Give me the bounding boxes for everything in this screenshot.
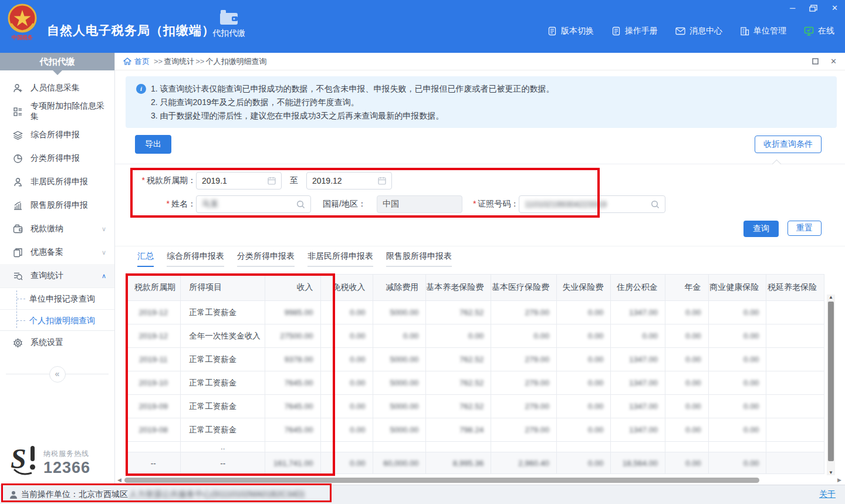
value-blurred: 0.00 xyxy=(685,378,701,387)
vertical-scrollbar[interactable]: ▲ ▼ xyxy=(827,295,835,475)
notice-line-1: i1. 该查询统计表仅能查询已申报成功的数据，不包含未申报、申报失败，已申报但已… xyxy=(136,82,826,96)
hotline-block: S 纳税服务热线 12366 xyxy=(9,442,90,476)
sidebar-subitem-2[interactable]: 个人扣缴明细查询 xyxy=(0,309,114,330)
column-header-2[interactable]: 所得项目 xyxy=(181,275,265,301)
sidebar-item-10[interactable]: 系统设置 xyxy=(0,331,114,354)
value-blurred: 1347.00 xyxy=(629,378,658,387)
restore-button[interactable] xyxy=(809,5,817,12)
main-content: 首页 >>查询统计>>个人扣缴明细查询 ✕ i1. 该查询统计表仅能查询已申报成… xyxy=(115,53,845,485)
header-menu-item-3[interactable]: 消息中心 xyxy=(675,26,722,36)
value-blurred: 279.00 xyxy=(525,425,549,434)
scroll-up-arrow[interactable]: ▲ xyxy=(827,295,835,300)
column-header-4[interactable]: 免税收入 xyxy=(320,275,373,301)
cell-value: 1347.00 xyxy=(611,395,665,418)
panel-close-icon[interactable]: ✕ xyxy=(830,57,837,66)
value-blurred: 0.00 xyxy=(743,308,759,317)
cell-value: 0.00 xyxy=(491,324,557,348)
tab-4[interactable]: 非居民所得申报表 xyxy=(307,251,373,267)
header-menu-item-2[interactable]: 操作手册 xyxy=(611,26,658,36)
breadcrumb-item[interactable]: 个人扣缴明细查询 xyxy=(205,57,266,66)
period-value: 2019-12 xyxy=(138,308,168,317)
header-menu-item-1[interactable]: 版本切换 xyxy=(547,26,594,36)
divider xyxy=(115,246,845,246)
value-blurred: 0.00 xyxy=(588,355,603,364)
table-row: 2019-11正常工资薪金9378.000.005000.00762.52279… xyxy=(126,348,824,371)
period-to-input[interactable]: 2019.12 xyxy=(306,172,392,190)
sidebar-item-9[interactable]: 查询统计∧ xyxy=(0,264,114,287)
value-blurred: 0.00 xyxy=(685,308,701,317)
vertical-scroll-thumb[interactable] xyxy=(828,302,834,461)
summary-value: 2,960.40 xyxy=(491,452,557,474)
sidebar-item-4[interactable]: 分类所得申报 xyxy=(0,147,114,170)
column-header-3[interactable]: 收入 xyxy=(265,275,320,301)
horizontal-scroll-thumb[interactable] xyxy=(124,478,759,483)
sidebar-item-6[interactable]: 限售股所得申报 xyxy=(0,194,114,217)
period-from-input[interactable]: 2019.1 xyxy=(196,172,282,190)
minimize-button[interactable]: ─ xyxy=(790,4,795,13)
value-blurred: 0.00 xyxy=(350,355,365,364)
brand: 中国税务 自然人电子税务局（扣缴端） xyxy=(6,4,215,42)
tab-3[interactable]: 分类所得申报表 xyxy=(237,251,295,267)
sidebar-subitem-1[interactable]: 单位申报记录查询 xyxy=(0,288,114,309)
search-icon[interactable] xyxy=(651,200,660,209)
tab-1[interactable]: 汇总 xyxy=(137,251,154,267)
column-header-7[interactable]: 基本医疗保险费 xyxy=(491,275,557,301)
scroll-right-arrow[interactable]: ▶ xyxy=(837,477,841,483)
tab-5[interactable]: 限售股所得申报表 xyxy=(386,251,452,267)
cell-value: 0.00 xyxy=(665,324,708,348)
summary-item: -- xyxy=(181,452,265,474)
summary-value: 18,564.00 xyxy=(611,452,665,474)
column-header-5[interactable]: 减除费用 xyxy=(373,275,426,301)
cell-income-item: 正常工资薪金 xyxy=(181,301,265,324)
column-header-1[interactable]: 税款所属期 xyxy=(126,275,181,301)
cell-value: 0.00 xyxy=(708,371,766,395)
name-input[interactable]: 马某 xyxy=(196,195,311,213)
sidebar-item-5[interactable]: 非居民所得申报 xyxy=(0,170,114,194)
sidebar-item-1[interactable]: 人员信息采集 xyxy=(0,76,114,100)
scroll-down-arrow[interactable]: ▼ xyxy=(827,470,835,475)
value-blurred: 0.00 xyxy=(743,355,759,364)
sidebar-item-3[interactable]: 综合所得申报 xyxy=(0,123,114,147)
value-blurred: 279.00 xyxy=(525,402,549,411)
cell-value: 0.00 xyxy=(611,324,665,348)
header-menu-item-5[interactable]: 在线 xyxy=(804,26,834,36)
cell-value: 5000.00 xyxy=(373,395,426,418)
column-header-6[interactable]: 基本养老保险费 xyxy=(426,275,491,301)
column-header-11[interactable]: 商业健康保险 xyxy=(708,275,766,301)
tab-2[interactable]: 综合所得申报表 xyxy=(167,251,224,267)
value-blurred: 279.00 xyxy=(525,308,549,317)
panel-maximize-icon[interactable] xyxy=(812,58,819,65)
about-link[interactable]: 关于 xyxy=(819,489,836,500)
result-table: 税款所属期所得项目收入免税收入减除费用基本养老保险费基本医疗保险费失业保险费住房… xyxy=(126,274,824,474)
sidebar-item-8[interactable]: 优惠备案∨ xyxy=(0,241,114,264)
sidebar-item-7[interactable]: 税款缴纳∨ xyxy=(0,217,114,241)
cell-value: 27500.00 xyxy=(265,324,320,348)
building-icon xyxy=(740,26,749,36)
sidebar-item-label: 限售股所得申报 xyxy=(31,200,88,211)
column-header-8[interactable]: 失业保险费 xyxy=(556,275,610,301)
tab-withholding-module[interactable]: 代扣代缴 xyxy=(207,9,251,39)
header-menu-item-4[interactable]: 单位管理 xyxy=(740,26,786,36)
scroll-left-arrow[interactable]: ◀ xyxy=(117,477,121,483)
sidebar-item-2[interactable]: 专项附加扣除信息采集 xyxy=(0,100,114,123)
column-header-9[interactable]: 住房公积金 xyxy=(611,275,665,301)
sidebar-item-label: 系统设置 xyxy=(31,337,63,348)
column-header-12[interactable]: 税延养老保险 xyxy=(766,275,824,301)
cell-income-item: 正常工资薪金 xyxy=(181,371,265,395)
collapse-query-button[interactable]: 收折查询条件 xyxy=(755,136,822,153)
column-header-10[interactable]: 年金 xyxy=(665,275,708,301)
export-button[interactable]: 导出 xyxy=(135,135,171,154)
result-tabs: 汇总综合所得申报表分类所得申报表非居民所得申报表限售股所得申报表 xyxy=(137,251,452,267)
period-to-label: 至 xyxy=(290,175,298,186)
value-blurred: 9985.00 xyxy=(285,308,313,317)
tax-emblem-logo: 中国税务 xyxy=(6,4,39,42)
breadcrumb-item[interactable]: 查询统计 xyxy=(164,57,194,66)
breadcrumb-home[interactable]: 首页 xyxy=(134,56,150,67)
close-button[interactable]: ✕ xyxy=(832,4,838,13)
search-icon[interactable] xyxy=(296,200,305,209)
horizontal-scrollbar[interactable]: ◀ ▶ xyxy=(117,476,841,484)
query-button[interactable]: 查询 xyxy=(743,221,779,237)
reset-button[interactable]: 重置 xyxy=(787,221,822,236)
sidebar-collapse-button[interactable]: « xyxy=(49,366,66,383)
id-number-input[interactable]: 110102199304223319 xyxy=(519,195,665,213)
